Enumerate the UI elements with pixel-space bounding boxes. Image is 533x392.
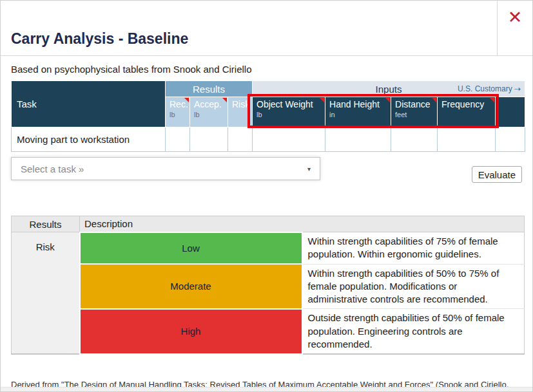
tooltip-marker-icon xyxy=(222,98,227,102)
task-select-placeholder: Select a task » xyxy=(21,163,84,174)
risk-description-high: Outside strength capabilities of 50% of … xyxy=(302,309,525,354)
risk-chip-high: High xyxy=(80,309,302,354)
accep-value-cell xyxy=(190,127,228,152)
legend-row-high: High Outside strength capabilities of 50… xyxy=(12,309,525,354)
risk-chip-low: Low xyxy=(80,232,302,265)
carry-analysis-dialog: Carry Analysis - Baseline ✕ Based on psy… xyxy=(0,0,533,392)
analysis-table: Task Results Inputs U.S. Customary ⇢ Rec… xyxy=(11,80,525,152)
col-header-distance: Distance feet xyxy=(391,97,438,127)
risk-legend-table: Results Description Risk Low Within stre… xyxy=(11,216,525,355)
task-select-dropdown[interactable]: Select a task » ▾ xyxy=(11,157,320,180)
col-header-frequency-label: Frequency xyxy=(441,99,484,109)
tooltip-marker-icon xyxy=(490,98,494,102)
col-header-object-weight: Object Weight lb xyxy=(253,97,325,127)
col-header-rec: Rec. lb xyxy=(166,97,190,127)
col-header-accep-label: Accep. xyxy=(194,99,222,109)
col-header-accep-unit: lb xyxy=(194,111,224,118)
distance-cell[interactable] xyxy=(391,127,438,152)
risk-description-moderate: Within strength capabilities of 50% to 7… xyxy=(302,264,525,309)
units-toggle-link[interactable]: U.S. Customary ⇢ xyxy=(458,84,521,93)
task-name-cell[interactable]: Moving part to workstation xyxy=(12,127,166,152)
tooltip-marker-icon xyxy=(385,98,390,102)
risk-description-low: Within strength capabilities of 75% of f… xyxy=(302,232,525,265)
tooltip-marker-icon xyxy=(184,98,189,102)
col-header-rec-unit: lb xyxy=(170,111,186,118)
evaluate-button[interactable]: Evaluate xyxy=(472,166,522,183)
risk-chip-moderate: Moderate xyxy=(80,264,302,309)
page-title: Carry Analysis - Baseline xyxy=(11,30,188,48)
col-header-object-weight-unit: lb xyxy=(257,111,321,118)
rec-value-cell xyxy=(166,127,190,152)
col-header-hand-height-unit: in xyxy=(329,111,387,118)
risk-value-cell xyxy=(228,127,253,152)
task-select-row: Select a task » ▾ Evaluate xyxy=(11,157,522,183)
chevron-down-icon: ▾ xyxy=(307,165,311,173)
legend-results-header: Results xyxy=(12,216,80,232)
close-icon[interactable]: ✕ xyxy=(508,7,523,28)
spacer-cell xyxy=(496,127,525,152)
legend-row-moderate: Moderate Within strength capabilities of… xyxy=(12,264,525,309)
legend-risk-label: Risk xyxy=(12,232,80,355)
col-header-frequency: Frequency xyxy=(438,97,496,127)
subtitle-text: Based on psychophysical tables from Snoo… xyxy=(11,64,522,75)
bottom-edge-strip xyxy=(1,387,532,391)
dialog-header: Carry Analysis - Baseline ✕ xyxy=(1,1,532,56)
inputs-band-label: Inputs xyxy=(376,84,402,95)
hand-height-cell[interactable] xyxy=(325,127,391,152)
col-header-distance-label: Distance xyxy=(395,99,430,109)
col-header-object-weight-label: Object Weight xyxy=(257,99,313,109)
legend-row-low: Risk Low Within strength capabilities of… xyxy=(12,232,525,265)
legend-description-header: Description xyxy=(80,216,525,232)
col-header-hand-height: Hand Height in xyxy=(325,97,391,127)
col-header-accep: Accep. lb xyxy=(190,97,228,127)
close-button[interactable]: ✕ xyxy=(497,1,532,56)
object-weight-cell[interactable] xyxy=(253,127,325,152)
table-row: Moving part to workstation xyxy=(12,127,525,152)
task-column-header: Task xyxy=(12,81,166,127)
col-header-risk-label: Risk xyxy=(232,99,249,109)
frequency-cell[interactable] xyxy=(438,127,496,152)
tooltip-marker-icon xyxy=(432,98,436,102)
col-header-spacer xyxy=(496,97,525,127)
tooltip-marker-icon xyxy=(320,98,324,102)
analysis-table-wrap: Task Results Inputs U.S. Customary ⇢ Rec… xyxy=(11,80,522,152)
inputs-band-header: Inputs U.S. Customary ⇢ xyxy=(253,81,525,97)
col-header-hand-height-label: Hand Height xyxy=(329,99,380,109)
col-header-risk: Risk xyxy=(228,97,253,127)
dialog-content: Based on psychophysical tables from Snoo… xyxy=(1,56,532,392)
results-band-header: Results xyxy=(166,81,253,97)
col-header-distance-unit: feet xyxy=(395,111,433,118)
